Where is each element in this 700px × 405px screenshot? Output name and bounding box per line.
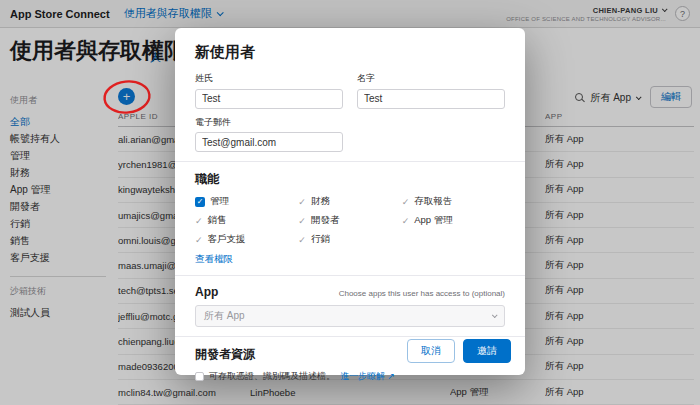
role-label: 存取報告 [414,195,452,208]
check-icon: ✓ [298,216,306,226]
divider [175,161,525,162]
view-permissions-link[interactable]: 查看權限 [195,253,233,266]
app-access-select[interactable]: 所有 App [195,305,505,327]
role-admin[interactable]: ✓ 管理 [195,195,298,208]
dev-resources-checkbox[interactable] [195,372,204,381]
first-name-input[interactable] [357,89,505,109]
chevron-down-icon [492,312,498,318]
role-finance[interactable]: ✓ 財務 [298,195,401,208]
role-customer-support[interactable]: ✓ 客戶支援 [195,233,298,246]
check-icon: ✓ [402,197,410,207]
check-icon: ✓ [298,197,306,207]
role-label: 管理 [210,195,229,208]
last-name-label: 姓氏 [195,72,343,85]
email-label: 電子郵件 [195,116,343,129]
divider [175,336,525,337]
role-label: 客戶支援 [208,233,246,246]
divider [175,275,525,276]
first-name-field-group: 名字 [357,72,505,109]
modal-title: 新使用者 [195,43,505,62]
last-name-input[interactable] [195,89,343,109]
email-input[interactable] [195,132,343,152]
email-field-group: 電子郵件 [195,116,343,153]
roles-grid: ✓ 管理 ✓ 財務 ✓ 存取報告 ✓ 銷售 ✓ 開發者 ✓ App 管理 ✓ 客… [195,195,505,246]
learn-more-link[interactable]: 進一步瞭解 ↗ [340,370,395,383]
role-access-reports[interactable]: ✓ 存取報告 [402,195,505,208]
check-icon: ✓ [195,216,203,226]
app-section-title: App [195,285,218,299]
first-name-label: 名字 [357,72,505,85]
role-label: 銷售 [208,214,227,227]
app-select-value: 所有 App [204,309,245,323]
invite-button[interactable]: 邀請 [463,339,511,363]
role-app-manager[interactable]: ✓ App 管理 [402,214,505,227]
last-name-field-group: 姓氏 [195,72,343,109]
check-icon: ✓ [195,235,203,245]
check-icon: ✓ [298,235,306,245]
cancel-button[interactable]: 取消 [407,339,455,363]
role-label: 行銷 [311,233,330,246]
new-user-modal: 新使用者 姓氏 名字 電子郵件 職能 ✓ 管理 ✓ 財務 ✓ 存取報告 [175,28,525,375]
roles-section-title: 職能 [195,171,505,188]
role-sales[interactable]: ✓ 銷售 [195,214,298,227]
role-label: 開發者 [311,214,340,227]
check-icon: ✓ [402,216,410,226]
role-marketing[interactable]: ✓ 行銷 [298,233,401,246]
dev-resources-label: 可存取憑證、識別碼及描述檔。 [209,370,335,383]
role-label: 財務 [311,195,330,208]
app-section-hint: Choose apps this user has access to (opt… [339,289,505,298]
role-developer[interactable]: ✓ 開發者 [298,214,401,227]
role-label: App 管理 [414,214,453,227]
checkbox-checked-icon: ✓ [195,197,205,207]
